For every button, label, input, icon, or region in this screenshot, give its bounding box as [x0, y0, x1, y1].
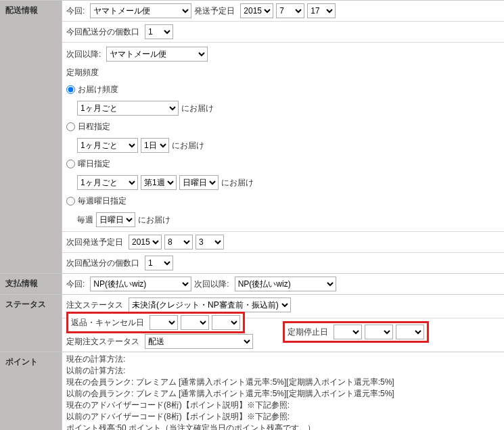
sub-status-select[interactable]: 配送: [145, 334, 253, 349]
next-boxes-select[interactable]: 1: [145, 256, 173, 270]
next-method-select[interactable]: ヤマトメール便: [106, 47, 208, 62]
this-time-label: 今回:: [66, 5, 85, 17]
payment-row: 今回: NP(後払いwiz) 次回以降: NP(後払いwiz): [62, 274, 504, 294]
recur-weekly-label: 毎週曜日指定: [78, 195, 127, 207]
cancel-m-select[interactable]: [181, 315, 209, 330]
shipping-next-row: 次回以降: ヤマトメール便 定期頻度 お届け頻度 1ヶ月ごと にお届け 日程指定…: [62, 43, 504, 232]
recur-dow-sel2[interactable]: 第1週: [141, 175, 177, 190]
next-month-select[interactable]: 8: [164, 235, 193, 249]
payment-body: 今回: NP(後払いwiz) 次回以降: NP(後払いwiz): [62, 274, 504, 294]
shipping-boxes-row: 今回配送分の個数口 1: [62, 22, 504, 43]
recur-freq-select[interactable]: 1ヶ月ごと: [77, 101, 179, 116]
sub-status-label: 定期注文ステータス: [66, 336, 139, 348]
recur-weekly-radio[interactable]: [66, 197, 75, 206]
recur-freq-suffix: にお届け: [181, 103, 214, 114]
recur-freq-label: お届け頻度: [78, 84, 118, 95]
ship-day-select[interactable]: 17: [307, 3, 336, 18]
next-label: 次回以降:: [66, 49, 101, 60]
recur-date-label: 日程指定: [78, 121, 110, 133]
recur-dow-label: 曜日指定: [78, 158, 110, 170]
recur-dow-sel1[interactable]: 1ヶ月ごと: [77, 175, 138, 190]
ship-date-label: 発送予定日: [194, 5, 235, 17]
payment-section: 支払情報 今回: NP(後払いwiz) 次回以降: NP(後払いwiz): [0, 273, 504, 294]
point-body: 現在の計算方法: 以前の計算方法: 現在の会員ランク: プレミアム [通常購入ポ…: [62, 352, 504, 430]
rank-prev: 以前の会員ランク: プレミアム [通常購入ポイント還元率:5%][定期購入ポイン…: [66, 388, 500, 400]
status-body: 注文ステータス 未決済(クレジット・NP審査前・振込前) 返品・キャンセル日 定…: [62, 295, 504, 352]
cancel-date-highlight: 返品・キャンセル日: [66, 312, 245, 333]
payment-title: 支払情報: [0, 274, 62, 294]
recur-dow-suffix: にお届け: [221, 177, 254, 189]
payment-next-select[interactable]: NP(後払いwiz): [235, 277, 336, 291]
recur-date-sel1[interactable]: 1ヶ月ごと: [77, 138, 138, 153]
point-title: ポイント: [0, 352, 62, 430]
stop-d-select[interactable]: [396, 325, 424, 339]
status-title: ステータス: [0, 295, 62, 352]
next-day-select[interactable]: 3: [196, 235, 224, 249]
rank-current: 現在の会員ランク: プレミアム [通常購入ポイント還元率:5%][定期購入ポイン…: [66, 377, 500, 388]
ship-month-select[interactable]: 7: [276, 3, 304, 18]
point-balance: ポイント残高:50 ポイント（当注文確定当日のポイント残高です。）: [66, 423, 500, 430]
stop-date-label: 定期停止日: [288, 327, 328, 338]
calc-prev: 以前の計算方法:: [66, 365, 500, 377]
payment-next-label: 次回以降:: [194, 279, 229, 290]
stop-y-select[interactable]: [334, 325, 362, 339]
order-status-label: 注文ステータス: [66, 300, 123, 311]
recur-date-suffix: にお届け: [172, 140, 204, 151]
next-boxes-row: 次回配送分の個数口 1: [62, 253, 504, 273]
shipping-section: 配送情報 今回: ヤマトメール便 発送予定日 2015 7 17 今回配送分の個…: [0, 0, 504, 273]
recur-label: 定期頻度: [66, 68, 99, 77]
shipping-title: 配送情報: [0, 1, 62, 273]
stop-m-select[interactable]: [365, 325, 393, 339]
payment-method-select[interactable]: NP(後払いwiz): [90, 277, 191, 291]
shipping-body: 今回: ヤマトメール便 発送予定日 2015 7 17 今回配送分の個数口 1 …: [62, 1, 504, 273]
status-section: ステータス 注文ステータス 未決済(クレジット・NP審査前・振込前) 返品・キャ…: [0, 294, 504, 352]
next-boxes-label: 次回配送分の個数口: [66, 258, 139, 269]
recur-weekly-suffix: にお届け: [138, 214, 170, 226]
recur-weekly-sel[interactable]: 日曜日: [96, 212, 135, 227]
recur-dow-radio[interactable]: [66, 160, 75, 168]
next-ship-label: 次回発送予定日: [66, 237, 123, 248]
payment-this-label: 今回:: [66, 279, 85, 290]
cancel-date-label: 返品・キャンセル日: [71, 317, 144, 329]
next-ship-date-row: 次回発送予定日 2015 8 3: [62, 232, 504, 253]
recur-date-sel2[interactable]: 1日: [141, 138, 169, 153]
shipping-this-row: 今回: ヤマトメール便 発送予定日 2015 7 17: [62, 1, 504, 22]
recur-freq-radio[interactable]: [66, 85, 75, 94]
boxes-select[interactable]: 1: [145, 24, 173, 39]
stop-date-highlight: 定期停止日: [283, 321, 429, 343]
adv-current: 現在のアドバイザーコード(8桁)【ポイント説明】※下記参照:: [66, 400, 500, 411]
point-section: ポイント 現在の計算方法: 以前の計算方法: 現在の会員ランク: プレミアム […: [0, 352, 504, 430]
adv-prev: 以前のアドバイザーコード(8桁)【ポイント説明】※下記参照:: [66, 411, 500, 423]
order-status-select[interactable]: 未決済(クレジット・NP審査前・振込前): [129, 297, 291, 312]
boxes-label: 今回配送分の個数口: [66, 26, 139, 38]
cancel-y-select[interactable]: [150, 315, 178, 330]
shipping-method-select[interactable]: ヤマトメール便: [90, 3, 191, 18]
recur-weekly-prefix: 毎週: [77, 214, 93, 226]
ship-year-select[interactable]: 2015: [240, 3, 273, 18]
cancel-d-select[interactable]: [212, 315, 240, 330]
calc-current: 現在の計算方法:: [66, 354, 500, 365]
recur-dow-sel3[interactable]: 日曜日: [179, 175, 219, 190]
recur-date-radio[interactable]: [66, 122, 75, 131]
next-year-select[interactable]: 2015: [129, 235, 162, 249]
